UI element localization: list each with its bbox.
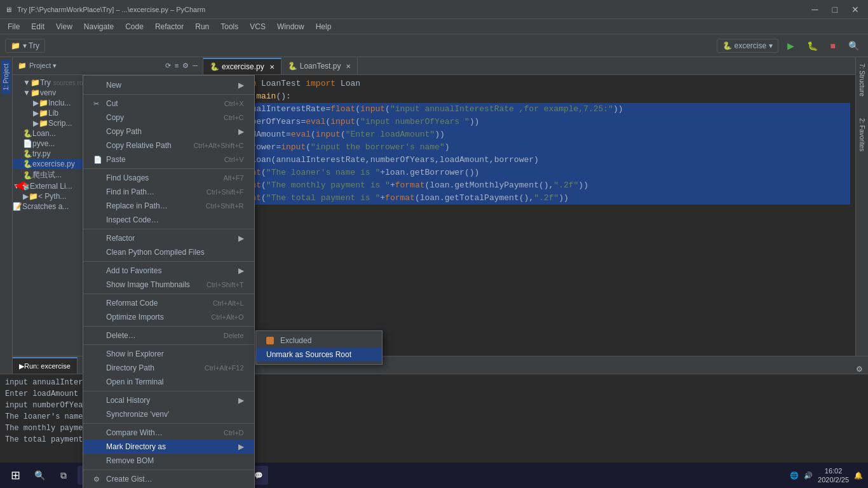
favorites-tab[interactable]: 2: Favorites: [857, 114, 867, 155]
ctx-clean-compiled[interactable]: Clean Python Compiled Files: [83, 245, 254, 259]
ctx-synchronize[interactable]: Synchronize 'venv': [83, 407, 254, 421]
ctx-optimize-label: Optimize Imports: [106, 313, 164, 322]
ctx-local-history[interactable]: Local History ▶: [83, 393, 254, 407]
cut-shortcut: Ctrl+X: [212, 100, 244, 107]
menu-edit[interactable]: Edit: [26, 21, 50, 32]
ctx-mark-directory[interactable]: Mark Directory as ▶: [83, 440, 254, 454]
arrow-indicator: ➤: [14, 177, 27, 194]
sync-icon[interactable]: ⟳: [165, 62, 171, 70]
minimize-panel-icon[interactable]: ─: [193, 62, 198, 70]
ctx-replace-label: Replace in Path…: [106, 201, 168, 210]
file-icon: 🐍: [23, 129, 32, 138]
ctx-cut[interactable]: ✂ Cut Ctrl+X: [83, 97, 254, 111]
ctx-delete[interactable]: Delete… Delete: [83, 329, 254, 342]
menu-run[interactable]: Run: [190, 21, 214, 32]
ctx-copy[interactable]: Copy Ctrl+C: [83, 111, 254, 125]
ctx-refactor[interactable]: Refactor ▶: [83, 231, 254, 245]
project-name: ▾ Try: [23, 41, 39, 50]
taskbar-right: 🌐 🔊 16:02 2020/2/25 🔔: [790, 466, 863, 485]
system-clock[interactable]: 16:02 2020/2/25: [818, 466, 849, 485]
start-button[interactable]: ⊞: [5, 465, 25, 485]
ctx-paste-label: Paste: [106, 155, 126, 164]
sub-item-excluded[interactable]: Excluded: [256, 334, 382, 348]
replace-shortcut: Ctrl+Shift+R: [193, 202, 244, 210]
tab-excercise[interactable]: 🐍 excercise.py ✕: [203, 58, 281, 74]
ctx-open-terminal[interactable]: Open in Terminal: [83, 375, 254, 389]
menu-refactor[interactable]: Refactor: [150, 21, 189, 32]
ctx-find-in-path[interactable]: Find in Path… Ctrl+Shift+F: [83, 185, 254, 199]
menu-code[interactable]: Code: [120, 21, 149, 32]
run-configuration[interactable]: 🐍 excercise ▾: [717, 39, 778, 53]
sub-item-unmark-sources[interactable]: Unmark as Sources Root: [256, 348, 382, 362]
tree-label-spider: 爬虫试...: [32, 170, 62, 180]
ctx-reformat[interactable]: Reformat Code Ctrl+Alt+L: [83, 296, 254, 310]
dir-path-shortcut: Ctrl+Alt+F12: [192, 364, 244, 372]
tab-loantest[interactable]: 🐍 LoanTest.py ✕: [281, 58, 358, 74]
code-editor[interactable]: 1 from LoanTest import Loan 2 def main()…: [203, 75, 855, 356]
close-tab-icon[interactable]: ✕: [269, 64, 275, 71]
maximize-button[interactable]: □: [829, 3, 841, 16]
menu-file[interactable]: File: [3, 21, 25, 32]
ctx-find-usages[interactable]: Find Usages Alt+F7: [83, 171, 254, 185]
find-path-shortcut: Ctrl+Shift+F: [194, 188, 244, 196]
search-everywhere-button[interactable]: 🔍: [844, 38, 863, 53]
ctx-directory-path[interactable]: Directory Path Ctrl+Alt+F12: [83, 361, 254, 375]
debug-button[interactable]: 🐛: [803, 38, 822, 53]
sub-menu-mark-directory: Excluded Unmark as Sources Root: [255, 330, 383, 365]
close-tab-icon[interactable]: ✕: [346, 63, 351, 70]
folder-icon: 📁: [39, 98, 48, 107]
settings-icon[interactable]: ⚙: [856, 365, 863, 374]
notification-icon[interactable]: 🔔: [854, 471, 863, 480]
project-selector[interactable]: 📁 ▾ Try: [5, 39, 45, 53]
menu-tools[interactable]: Tools: [215, 21, 243, 32]
ctx-create-gist[interactable]: ⚙ Create Gist…: [83, 472, 254, 486]
ctx-show-explorer[interactable]: Show in Explorer: [83, 347, 254, 361]
ctx-copy-path[interactable]: Copy Path ▶: [83, 125, 254, 139]
ctx-compare-label: Compare With…: [106, 428, 163, 437]
expand-icon: ▼: [23, 78, 31, 87]
menu-navigate[interactable]: Navigate: [79, 21, 119, 32]
tab-run-label: Run: excercise: [24, 362, 71, 370]
settings-icon[interactable]: ⚙: [182, 62, 189, 70]
taskbar-search-icon[interactable]: 🔍: [29, 465, 50, 485]
separator: [83, 294, 254, 294]
structure-tab[interactable]: 7: Structure: [857, 60, 867, 100]
ctx-optimize-imports[interactable]: Optimize Imports Ctrl+Alt+O: [83, 310, 254, 324]
collapse-icon[interactable]: ≡: [175, 62, 179, 70]
title-bar-controls: ─ □ ✕: [808, 3, 863, 16]
ctx-add-favorites[interactable]: Add to Favorites ▶: [83, 264, 254, 278]
taskbar-task-view[interactable]: ⧉: [53, 465, 74, 485]
project-panel-tab[interactable]: 1: Project: [1, 60, 11, 94]
separator: [83, 344, 254, 345]
menu-vcs[interactable]: VCS: [245, 21, 271, 32]
separator: [83, 326, 254, 327]
app-icon: 🖥: [5, 6, 12, 13]
ctx-copy-relative-path[interactable]: Copy Relative Path Ctrl+Alt+Shift+C: [83, 139, 254, 152]
menu-help[interactable]: Help: [311, 21, 337, 32]
ctx-new[interactable]: New ▶: [83, 78, 254, 92]
ctx-replace-in-path[interactable]: Replace in Path… Ctrl+Shift+R: [83, 199, 254, 213]
paste-shortcut: Ctrl+V: [212, 156, 244, 163]
close-button[interactable]: ✕: [848, 3, 863, 16]
find-usages-shortcut: Alt+F7: [210, 174, 243, 182]
ctx-compare-with[interactable]: Compare With… Ctrl+D: [83, 426, 254, 440]
python-file-icon: 🐍: [288, 62, 297, 71]
ctx-cut-label: Cut: [106, 99, 118, 108]
ctx-inspect-code[interactable]: Inspect Code…: [83, 213, 254, 227]
ctx-find-usages-label: Find Usages: [106, 173, 149, 182]
stop-button[interactable]: ■: [827, 38, 839, 53]
tab-label: excercise.py: [222, 62, 264, 71]
bottom-tab-run[interactable]: ▶ Run: excercise: [13, 357, 78, 374]
ctx-show-thumbnails[interactable]: Show Image Thumbnails Ctrl+Shift+T: [83, 278, 254, 292]
ctx-refactor-label: Refactor: [106, 234, 135, 243]
tree-label-excercise: excercise.py: [32, 159, 75, 168]
right-sidebar: 7: Structure 2: Favorites: [855, 57, 868, 356]
minimize-button[interactable]: ─: [808, 3, 822, 16]
left-sidebar: 1: Project: [0, 57, 13, 356]
menu-window[interactable]: Window: [272, 21, 309, 32]
ctx-paste[interactable]: 📄 Paste Ctrl+V: [83, 152, 254, 166]
run-button[interactable]: ▶: [783, 38, 798, 53]
file-icon: 📄: [23, 139, 32, 148]
ctx-remove-bom[interactable]: Remove BOM: [83, 454, 254, 468]
menu-view[interactable]: View: [51, 21, 78, 32]
